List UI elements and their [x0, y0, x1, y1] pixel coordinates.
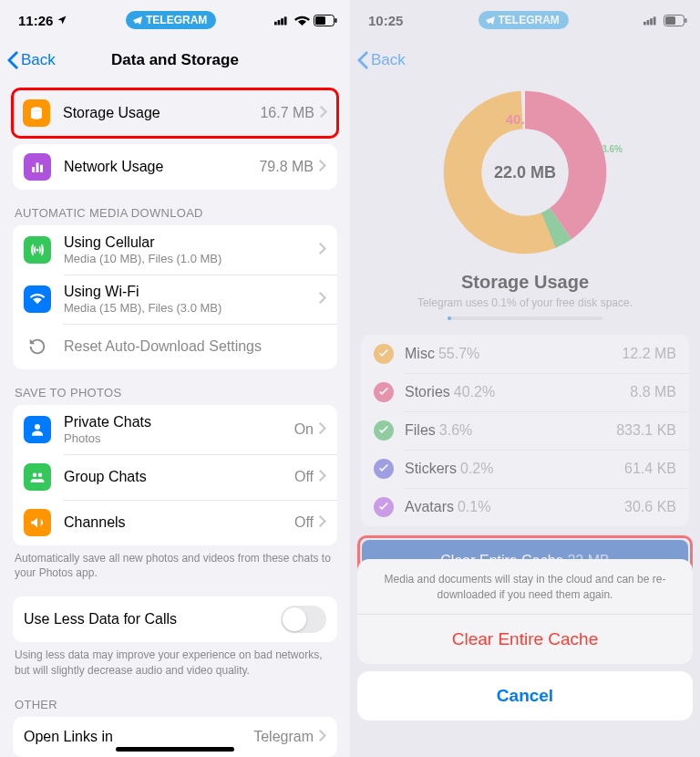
svg-rect-8 — [32, 167, 35, 172]
svg-point-13 — [33, 473, 37, 478]
svg-rect-17 — [650, 18, 653, 25]
network-usage-value: 79.8 MB — [259, 159, 314, 175]
stepper-icon — [667, 616, 676, 628]
svg-rect-20 — [665, 16, 675, 25]
svg-rect-16 — [647, 20, 650, 25]
storage-usage-value: 16.7 MB — [260, 105, 314, 121]
telegram-pill[interactable]: TELEGRAM — [479, 11, 569, 29]
private-chats-row[interactable]: Private Chats Photos On — [13, 405, 337, 454]
group-icon — [24, 463, 51, 491]
back-button[interactable]: Back — [7, 51, 56, 69]
storage-usage-highlight: Storage Usage 16.7 MB — [11, 88, 339, 139]
svg-point-14 — [38, 473, 43, 478]
network-usage-row[interactable]: Network Usage 79.8 MB — [13, 144, 337, 190]
wifi-icon — [24, 285, 51, 313]
donut-top-pct: 40.2% — [506, 111, 545, 127]
status-time: 10:25 — [368, 13, 403, 28]
sheet-cancel-button[interactable]: Cancel — [357, 671, 693, 721]
bg-channels-row[interactable]: Channels 1 week — [361, 599, 689, 645]
svg-rect-21 — [685, 18, 687, 23]
network-usage-label: Network Usage — [64, 159, 259, 175]
back-button[interactable]: Back — [357, 51, 406, 69]
svg-rect-0 — [274, 22, 277, 26]
chevron-right-icon — [319, 242, 326, 258]
chevron-right-icon — [319, 159, 326, 175]
group-chats-row[interactable]: Group Chats Off — [13, 454, 337, 500]
status-bar: 10:25 TELEGRAM — [350, 0, 700, 40]
donut-bottom-pct: 55.7% — [506, 218, 545, 233]
storage-usage-title: Storage Usage — [461, 272, 589, 293]
category-size: 8.8 MB — [630, 384, 676, 400]
channels-title: Channels — [64, 514, 294, 531]
channels-row[interactable]: Channels Off — [13, 500, 337, 545]
database-icon — [23, 99, 50, 127]
use-less-data-toggle[interactable] — [281, 606, 326, 633]
svg-rect-5 — [315, 16, 325, 25]
category-row[interactable]: Avatars 0.1% 30.6 KB — [361, 488, 689, 526]
category-size: 833.1 KB — [616, 422, 676, 439]
using-wifi-sub: Media (15 MB), Files (3.0 MB) — [64, 301, 319, 315]
svg-point-12 — [35, 424, 40, 430]
open-links-value: Telegram — [253, 729, 314, 745]
person-icon — [24, 416, 51, 443]
status-bar: 11:26 TELEGRAM — [0, 0, 350, 40]
chevron-right-icon — [319, 514, 326, 531]
reset-auto-download-row[interactable]: Reset Auto-Download Settings — [13, 324, 337, 369]
group-chats-value: Off — [294, 469, 314, 485]
group-chats-title: Group Chats — [64, 469, 294, 485]
cellular-icon — [24, 236, 51, 264]
private-chats-sub: Photos — [64, 431, 294, 445]
status-icons — [274, 15, 337, 26]
storage-usage-subtitle: Telegram uses 0.1% of your free disk spa… — [417, 296, 633, 309]
check-icon — [374, 420, 394, 441]
nav-bar: Back — [350, 40, 700, 80]
save-to-photos-header: SAVE TO PHOTOS — [0, 369, 350, 405]
chevron-right-icon — [319, 291, 326, 307]
using-cellular-title: Using Cellular — [64, 234, 319, 251]
using-cellular-row[interactable]: Using Cellular Media (10 MB), Files (1.0… — [13, 225, 337, 275]
category-size: 30.6 KB — [624, 499, 676, 515]
svg-point-11 — [36, 249, 39, 252]
location-icon — [57, 15, 67, 26]
svg-rect-10 — [40, 165, 43, 172]
category-pct: 0.1% — [458, 499, 490, 515]
storage-usage-row[interactable]: Storage Usage 16.7 MB — [14, 90, 336, 136]
category-row[interactable]: Stickers 0.2% 61.4 KB — [361, 450, 689, 488]
reset-auto-download-label: Reset Auto-Download Settings — [64, 338, 326, 355]
megaphone-icon — [374, 608, 401, 636]
svg-rect-3 — [284, 16, 287, 25]
category-row[interactable]: Stories 40.2% 8.8 MB — [361, 373, 689, 411]
home-indicator[interactable] — [116, 747, 234, 752]
save-to-photos-footer: Automatically save all new photos and vi… — [0, 545, 350, 584]
check-icon — [374, 382, 394, 402]
svg-point-7 — [31, 107, 42, 111]
clear-entire-cache-button[interactable]: Clear Entire Cache22 MB — [362, 540, 688, 582]
channels-value: Off — [294, 514, 314, 531]
category-row[interactable]: Files 3.6% 833.1 KB — [361, 411, 689, 450]
check-icon — [374, 459, 394, 479]
category-name: Avatars — [405, 499, 454, 515]
category-row[interactable]: Misc 55.7% 12.2 MB — [361, 335, 689, 373]
categories-card: Misc 55.7% 12.2 MB Stories 40.2% 8.8 MB … — [361, 335, 689, 526]
storage-donut-chart: 22.0 MB 40.2% 55.7% 3.6% — [438, 86, 612, 259]
private-chats-title: Private Chats — [64, 414, 294, 430]
category-pct: 40.2% — [454, 384, 495, 400]
donut-small-pct: 3.6% — [602, 144, 623, 154]
using-wifi-row[interactable]: Using Wi-Fi Media (15 MB), Files (3.0 MB… — [13, 275, 337, 324]
svg-rect-18 — [654, 16, 656, 25]
telegram-pill[interactable]: TELEGRAM — [126, 11, 216, 29]
disk-usage-bar — [448, 316, 602, 320]
status-icons — [643, 15, 687, 26]
other-header: OTHER — [0, 681, 350, 717]
svg-rect-15 — [643, 22, 646, 26]
category-name: Stickers — [405, 461, 457, 477]
svg-rect-9 — [36, 163, 39, 173]
less-data-card: Use Less Data for Calls — [13, 596, 337, 642]
open-links-title: Open Links in — [24, 729, 253, 745]
page-title: Data and Storage — [111, 51, 239, 69]
category-size: 61.4 KB — [624, 461, 676, 477]
left-screen: 11:26 TELEGRAM Back Data and Storage Sto… — [0, 0, 350, 757]
category-size: 12.2 MB — [622, 346, 676, 362]
use-less-data-row[interactable]: Use Less Data for Calls — [13, 596, 337, 642]
usage-card: Network Usage 79.8 MB — [13, 144, 337, 190]
